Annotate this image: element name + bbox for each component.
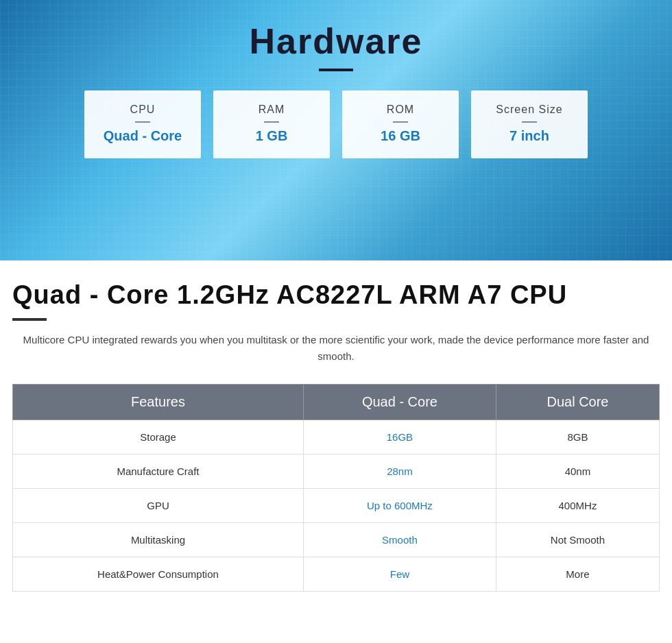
feature-cell: GPU (13, 488, 304, 522)
quad-cell: Up to 600MHz (303, 488, 496, 522)
quad-cell: 16GB (303, 420, 496, 454)
col-header-features: Features (13, 384, 304, 420)
cpu-title: Quad - Core 1.2GHz AC8227L ARM A7 CPU (12, 281, 660, 310)
table-row: Heat&Power Consumption Few More (13, 557, 660, 591)
table-head: Features Quad - Core Dual Core (13, 384, 660, 420)
spec-card: RAM 1 GB (213, 90, 330, 158)
col-header-dual: Dual Core (496, 384, 659, 420)
feature-cell: Multitasking (13, 522, 304, 557)
dual-cell: Not Smooth (496, 522, 659, 557)
hero-title: Hardware (250, 21, 423, 62)
hero-section: Hardware CPU Quad - Core RAM 1 GB ROM 16… (0, 0, 672, 260)
table-body: Storage 16GB 8GB Manufacture Craft 28nm … (13, 420, 660, 591)
feature-cell: Storage (13, 420, 304, 454)
table-row: Manufacture Craft 28nm 40nm (13, 454, 660, 488)
feature-cell: Manufacture Craft (13, 454, 304, 488)
spec-divider (393, 121, 408, 123)
spec-value: 16 GB (354, 128, 447, 144)
spec-label: RAM (225, 104, 318, 116)
spec-card: Screen Size 7 inch (471, 90, 588, 158)
table-row: Storage 16GB 8GB (13, 420, 660, 454)
cpu-description: Multicore CPU integrated rewards you whe… (12, 332, 660, 365)
spec-value: 1 GB (225, 128, 318, 144)
dual-cell: More (496, 557, 659, 591)
specs-row: CPU Quad - Core RAM 1 GB ROM 16 GB Scree… (84, 90, 588, 158)
spec-label: Screen Size (483, 104, 576, 116)
quad-cell: 28nm (303, 454, 496, 488)
table-header-row: Features Quad - Core Dual Core (13, 384, 660, 420)
quad-cell: Smooth (303, 522, 496, 557)
spec-card: CPU Quad - Core (84, 90, 201, 158)
spec-value: Quad - Core (96, 128, 189, 144)
dual-cell: 400MHz (496, 488, 659, 522)
spec-label: CPU (96, 104, 189, 116)
spec-divider (522, 121, 537, 123)
spec-divider (264, 121, 279, 123)
dual-cell: 8GB (496, 420, 659, 454)
feature-cell: Heat&Power Consumption (13, 557, 304, 591)
hero-divider (319, 69, 353, 71)
spec-label: ROM (354, 104, 447, 116)
spec-divider (135, 121, 150, 123)
spec-value: 7 inch (483, 128, 576, 144)
table-row: Multitasking Smooth Not Smooth (13, 522, 660, 557)
comparison-table: Features Quad - Core Dual Core Storage 1… (12, 384, 660, 592)
spec-card: ROM 16 GB (342, 90, 459, 158)
table-row: GPU Up to 600MHz 400MHz (13, 488, 660, 522)
dual-cell: 40nm (496, 454, 659, 488)
col-header-quad: Quad - Core (303, 384, 496, 420)
content-divider (12, 318, 47, 321)
quad-cell: Few (303, 557, 496, 591)
content-section: Quad - Core 1.2GHz AC8227L ARM A7 CPU Mu… (0, 260, 672, 605)
